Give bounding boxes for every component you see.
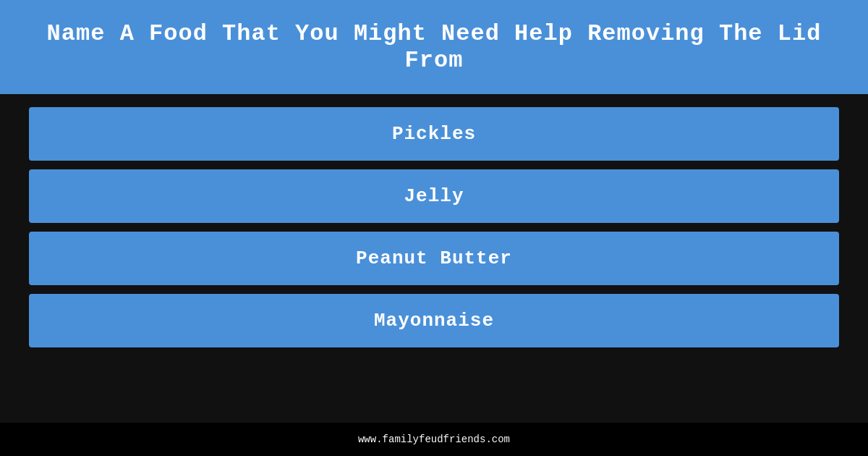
answer-button-4[interactable]: Mayonnaise bbox=[29, 294, 839, 347]
question-title: Name A Food That You Might Need Help Rem… bbox=[14, 20, 854, 74]
answer-button-3[interactable]: Peanut Butter bbox=[29, 232, 839, 285]
answer-text-3: Peanut Butter bbox=[356, 248, 512, 269]
answers-container: Pickles Jelly Peanut Butter Mayonnaise bbox=[0, 94, 868, 423]
answer-text-4: Mayonnaise bbox=[374, 310, 494, 332]
footer-url: www.familyfeudfriends.com bbox=[358, 434, 510, 445]
answer-button-1[interactable]: Pickles bbox=[29, 107, 839, 161]
question-header: Name A Food That You Might Need Help Rem… bbox=[0, 0, 868, 94]
answer-text-1: Pickles bbox=[392, 123, 476, 145]
answer-button-2[interactable]: Jelly bbox=[29, 169, 839, 223]
footer: www.familyfeudfriends.com bbox=[0, 423, 868, 456]
answer-text-2: Jelly bbox=[404, 185, 464, 207]
